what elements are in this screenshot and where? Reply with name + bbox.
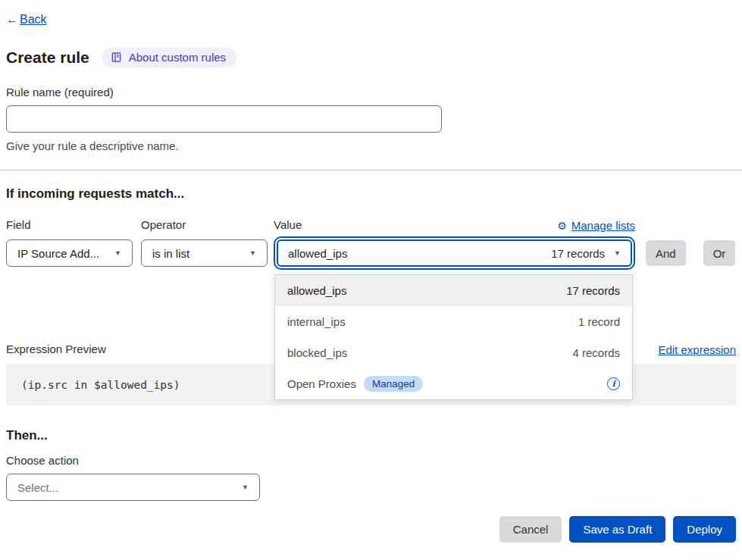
field-select-value: IP Source Add... bbox=[17, 247, 99, 260]
value-select-name: allowed_ips bbox=[288, 247, 347, 260]
cancel-button[interactable]: Cancel bbox=[499, 516, 562, 543]
field-label: Field bbox=[6, 218, 133, 232]
manage-lists-label: Manage lists bbox=[571, 219, 635, 232]
option-record-count: 17 records bbox=[566, 284, 620, 297]
operator-label: Operator bbox=[141, 218, 268, 232]
value-select-meta: 17 records bbox=[551, 247, 605, 260]
about-custom-rules-link[interactable]: About custom rules bbox=[102, 48, 236, 67]
managed-badge: Managed bbox=[364, 376, 423, 392]
expression-code: (ip.src in $allowed_ips) bbox=[21, 379, 180, 391]
dropdown-option-allowed-ips[interactable]: allowed_ips 17 records bbox=[275, 275, 632, 306]
book-icon bbox=[111, 52, 122, 63]
back-link[interactable]: ←Back bbox=[6, 13, 47, 27]
rule-name-helper: Give your rule a descriptive name. bbox=[6, 139, 736, 153]
or-button[interactable]: Or bbox=[703, 240, 736, 266]
gear-icon: ⚙ bbox=[557, 221, 567, 231]
rule-name-label: Rule name (required) bbox=[6, 86, 736, 99]
chevron-down-icon: ▼ bbox=[107, 249, 121, 257]
page-title: Create rule bbox=[6, 48, 89, 67]
option-name: blocked_ips bbox=[287, 346, 347, 359]
match-section-heading: If incoming requests match... bbox=[6, 186, 736, 202]
manage-lists-link[interactable]: ⚙ Manage lists bbox=[557, 219, 635, 232]
action-select[interactable]: Select... ▼ bbox=[6, 474, 260, 501]
match-labels-row: Field Operator Value ⚙ Manage lists bbox=[6, 218, 736, 232]
dropdown-option-blocked-ips[interactable]: blocked_ips 4 records bbox=[275, 337, 632, 368]
deploy-button[interactable]: Deploy bbox=[673, 516, 736, 543]
value-select[interactable]: allowed_ips 17 records ▼ bbox=[277, 239, 632, 267]
option-record-count: 4 records bbox=[572, 346, 620, 359]
then-section-heading: Then... bbox=[6, 428, 736, 443]
rule-name-group: Rule name (required) Give your rule a de… bbox=[6, 86, 736, 153]
option-name: Open Proxies bbox=[287, 377, 356, 390]
value-label: Value bbox=[274, 218, 302, 232]
field-select[interactable]: IP Source Add... ▼ bbox=[6, 239, 133, 267]
option-name: internal_ips bbox=[287, 315, 346, 328]
value-dropdown-panel: allowed_ips 17 records internal_ips 1 re… bbox=[274, 274, 633, 400]
chevron-down-icon: ▼ bbox=[242, 249, 256, 257]
create-rule-page: ←Back Create rule About custom rules Rul… bbox=[0, 0, 742, 560]
back-link-label: Back bbox=[20, 13, 47, 27]
back-arrow-icon: ← bbox=[6, 13, 18, 27]
action-select-placeholder: Select... bbox=[17, 481, 58, 494]
dropdown-option-open-proxies[interactable]: Open Proxies Managed i bbox=[275, 368, 632, 399]
save-as-draft-button[interactable]: Save as Draft bbox=[569, 516, 665, 543]
dropdown-option-internal-ips[interactable]: internal_ips 1 record bbox=[275, 306, 632, 337]
footer-actions: Cancel Save as Draft Deploy bbox=[6, 516, 736, 543]
match-condition-row: IP Source Add... ▼ is in list ▼ allowed_… bbox=[6, 239, 736, 267]
chevron-down-icon: ▼ bbox=[605, 249, 621, 257]
rule-name-input[interactable] bbox=[6, 105, 442, 133]
info-icon[interactable]: i bbox=[607, 377, 620, 390]
title-row: Create rule About custom rules bbox=[6, 48, 736, 67]
choose-action-label: Choose action bbox=[6, 454, 736, 468]
back-row: ←Back bbox=[6, 0, 736, 27]
about-custom-rules-label: About custom rules bbox=[129, 51, 226, 64]
expression-preview-label: Expression Preview bbox=[6, 343, 106, 356]
option-name: allowed_ips bbox=[287, 284, 346, 297]
operator-select-value: is in list bbox=[152, 247, 189, 260]
option-record-count: 1 record bbox=[578, 315, 620, 328]
and-button[interactable]: And bbox=[646, 240, 686, 266]
edit-expression-link[interactable]: Edit expression bbox=[658, 343, 736, 356]
operator-select[interactable]: is in list ▼ bbox=[141, 239, 268, 267]
chevron-down-icon: ▼ bbox=[234, 483, 249, 491]
section-divider bbox=[0, 170, 742, 171]
